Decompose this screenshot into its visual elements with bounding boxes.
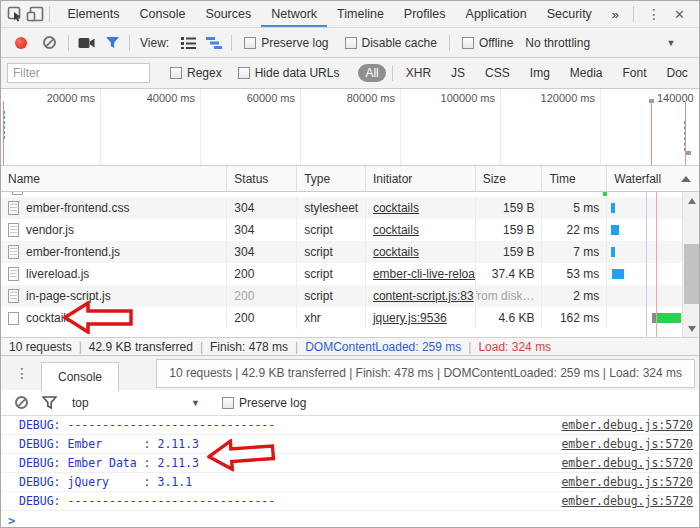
offline-checkbox[interactable]: Offline: [462, 36, 513, 50]
sort-ascending-icon: [681, 176, 691, 182]
show-overview-icon[interactable]: [201, 31, 227, 55]
scroll-up-icon[interactable]: [683, 192, 700, 209]
type-filter-all[interactable]: All: [358, 64, 385, 82]
doc-icon: [8, 223, 19, 237]
cell-type: stylesheet: [297, 197, 366, 219]
console-source-link[interactable]: ember.debug.js:5720: [561, 437, 693, 451]
use-large-rows-icon[interactable]: [175, 31, 201, 55]
cell-status: 200: [227, 307, 297, 329]
checkbox-box: [345, 37, 357, 49]
drawer-tab-console[interactable]: Console: [41, 362, 119, 391]
type-filter-img[interactable]: Img: [523, 64, 557, 82]
network-overview[interactable]: 20000 ms40000 ms60000 ms80000 ms100000 m…: [1, 89, 699, 166]
request-name: vendor.js: [26, 223, 74, 237]
tab-timeline[interactable]: Timeline: [327, 1, 394, 27]
tab-console[interactable]: Console: [130, 1, 196, 27]
type-filter-doc[interactable]: Doc: [660, 64, 695, 82]
column-header-status[interactable]: Status: [227, 166, 297, 191]
request-row-livereload.js[interactable]: livereload.js200scriptember-cli-live-rel…: [1, 263, 699, 285]
column-header-type[interactable]: Type: [297, 166, 366, 191]
type-filter-media[interactable]: Media: [563, 64, 610, 82]
console-filter-icon[interactable]: [36, 391, 62, 415]
column-header-name[interactable]: Name: [1, 166, 227, 191]
prompt-chevron-icon: >: [8, 514, 15, 528]
waterfall-scrollbar[interactable]: [682, 192, 699, 337]
xhr-icon: [8, 312, 19, 325]
drawer-menu-icon[interactable]: ⋮: [3, 365, 41, 381]
column-header-time[interactable]: Time: [542, 166, 607, 191]
type-filter-xhr[interactable]: XHR: [399, 64, 438, 82]
filter-input[interactable]: [7, 63, 150, 83]
divider: [231, 35, 232, 51]
type-filter-css[interactable]: CSS: [478, 64, 517, 82]
column-header-initiator[interactable]: Initiator: [366, 166, 476, 191]
initiator-link[interactable]: cocktails: [373, 223, 419, 237]
throttling-select[interactable]: No throttling ▼: [525, 36, 675, 50]
waterfall-bar: [657, 313, 681, 323]
inspect-element-icon[interactable]: [5, 2, 25, 26]
waterfall-bar: [612, 269, 624, 279]
cell-status: 200: [227, 285, 297, 307]
console-source-link[interactable]: ember.debug.js:5720: [561, 475, 693, 489]
tab-profiles[interactable]: Profiles: [394, 1, 456, 27]
cell-status: 304: [227, 219, 297, 241]
throttling-value: No throttling: [525, 36, 590, 50]
type-filter-js[interactable]: JS: [444, 64, 472, 82]
cell-status: 304: [227, 197, 297, 219]
divider: [49, 6, 50, 22]
scroll-down-icon[interactable]: [683, 320, 700, 337]
console-source-link[interactable]: ember.debug.js:5720: [561, 494, 693, 508]
tab-application[interactable]: Application: [456, 1, 537, 27]
column-header-waterfall[interactable]: Waterfall: [607, 166, 699, 191]
console-source-link[interactable]: ember.debug.js:5720: [561, 418, 693, 432]
clear-network-log-icon[interactable]: [43, 36, 56, 49]
request-row-in-page-script.js[interactable]: in-page-script.js200scriptcontent-script…: [1, 285, 699, 307]
tab-elements[interactable]: Elements: [57, 1, 129, 27]
initiator-link[interactable]: jquery.js:9536: [373, 311, 447, 325]
cell-size: 159 B: [476, 197, 543, 219]
cell-initiator: cocktails: [366, 219, 476, 241]
request-row-ember-frontend.css[interactable]: ember-frontend.css304stylesheetcocktails…: [1, 197, 699, 219]
record-network-log-button[interactable]: [15, 37, 27, 49]
hide-data-urls-checkbox[interactable]: Hide data URLs: [238, 66, 340, 80]
cell-initiator: cocktails: [366, 197, 476, 219]
request-name: livereload.js: [26, 267, 89, 281]
disable-cache-checkbox[interactable]: Disable cache: [345, 36, 437, 50]
initiator-link[interactable]: ember-cli-live-reloa…: [373, 267, 476, 281]
tab-network[interactable]: Network: [261, 1, 327, 27]
request-row-vendor.js[interactable]: vendor.js304scriptcocktails159 B22 ms: [1, 219, 699, 241]
doc-icon: [8, 245, 19, 259]
tab-security[interactable]: Security: [537, 1, 602, 27]
regex-label: Regex: [187, 66, 222, 80]
initiator-link[interactable]: cocktails: [373, 245, 419, 259]
execution-context-select[interactable]: top ▼: [72, 396, 200, 410]
device-toolbar-icon[interactable]: [25, 2, 45, 26]
summary-requests: 10 requests: [9, 340, 72, 354]
console-message: DEBUG: Ember : 2.11.3ember.debug.js:5720: [1, 435, 699, 454]
overview-gridline: [200, 89, 201, 165]
divider: [129, 35, 130, 51]
devtools-menu-icon[interactable]: ⋮: [638, 6, 670, 22]
console-preserve-log-checkbox[interactable]: Preserve log: [222, 396, 306, 410]
regex-checkbox[interactable]: Regex: [170, 66, 222, 80]
request-name: ember-frontend.css: [26, 201, 129, 215]
close-devtools-icon[interactable]: ✕: [670, 7, 695, 22]
network-filter-icon[interactable]: [99, 31, 125, 55]
overview-dcl-line: [4, 111, 5, 139]
initiator-link[interactable]: cocktails: [373, 201, 419, 215]
tabs-overflow-button[interactable]: »: [602, 7, 629, 22]
preserve-log-checkbox[interactable]: Preserve log: [244, 36, 328, 50]
type-filter-font[interactable]: Font: [616, 64, 654, 82]
clear-console-icon[interactable]: [15, 396, 28, 409]
console-prompt[interactable]: >: [1, 511, 699, 528]
request-row-cocktails[interactable]: cocktails200xhrjquery.js:95364.6 KB162 m…: [1, 307, 699, 329]
request-row-ember-frontend.js[interactable]: ember-frontend.js304scriptcocktails159 B…: [1, 241, 699, 263]
waterfall-bar: [611, 225, 619, 235]
tab-sources[interactable]: Sources: [195, 1, 261, 27]
scrollbar-thumb[interactable]: [684, 244, 699, 304]
console-source-link[interactable]: ember.debug.js:5720: [561, 456, 693, 470]
capture-screenshots-icon[interactable]: [73, 31, 99, 55]
column-header-size[interactable]: Size: [476, 166, 543, 191]
summary-finish: Finish: 478 ms: [210, 340, 288, 354]
initiator-link[interactable]: content-script.js:83: [373, 289, 474, 303]
